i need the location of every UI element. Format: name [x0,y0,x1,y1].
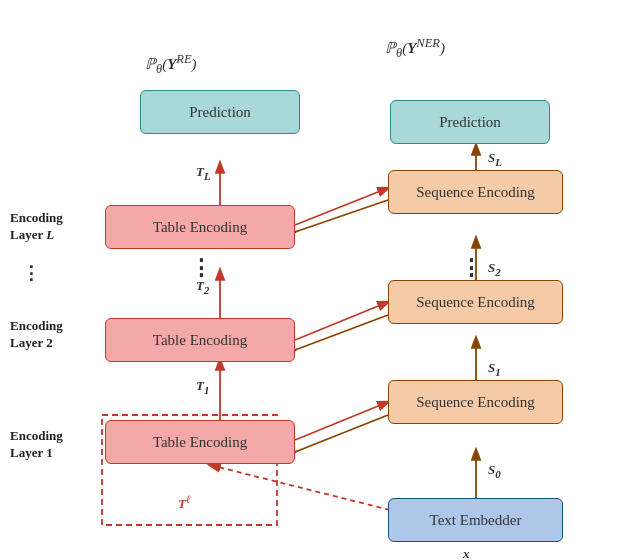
dots-sequence: ⋮ [460,255,482,281]
x-label: x [463,546,470,560]
table-encoding-1-box: Table Encoding [105,420,295,464]
architecture-diagram: ℙθ(YRE) ℙθ(YNER) Prediction Prediction S… [0,0,627,560]
encoding-layer-L-label: EncodingLayer L [10,210,63,244]
svg-line-5 [295,302,388,340]
table-encoding-L-box: Table Encoding [105,205,295,249]
S-2-label: S2 [488,260,501,278]
svg-line-12 [210,465,390,510]
layer-dots: ⋮ [22,262,40,284]
S-0-label: S0 [488,462,501,480]
prediction-left-box: Prediction [140,90,300,134]
table-encoding-2-box: Table Encoding [105,318,295,362]
sequence-encoding-L-box: Sequence Encoding [388,170,563,214]
svg-line-2 [295,188,388,225]
svg-line-3 [295,200,388,232]
prediction-right-box: Prediction [390,100,550,144]
svg-line-6 [295,315,388,350]
S-L-label: SL [488,150,502,168]
T-ell-label: Tℓ [178,493,191,512]
encoding-layer-2-label: EncodingLayer 2 [10,318,63,352]
prob-re-label: ℙθ(YRE) [145,52,197,77]
prob-ner-label: ℙθ(YNER) [385,36,445,61]
sequence-encoding-2-box: Sequence Encoding [388,280,563,324]
T-L-label: TL [196,164,211,182]
T-1-label: T1 [196,378,209,396]
T-2-label: T2 [196,278,209,296]
text-embedder-box: Text Embedder [388,498,563,542]
S-1-label: S1 [488,360,501,378]
svg-line-8 [295,402,388,440]
encoding-layer-1-label: EncodingLayer 1 [10,428,63,462]
svg-line-9 [295,415,388,452]
sequence-encoding-1-box: Sequence Encoding [388,380,563,424]
